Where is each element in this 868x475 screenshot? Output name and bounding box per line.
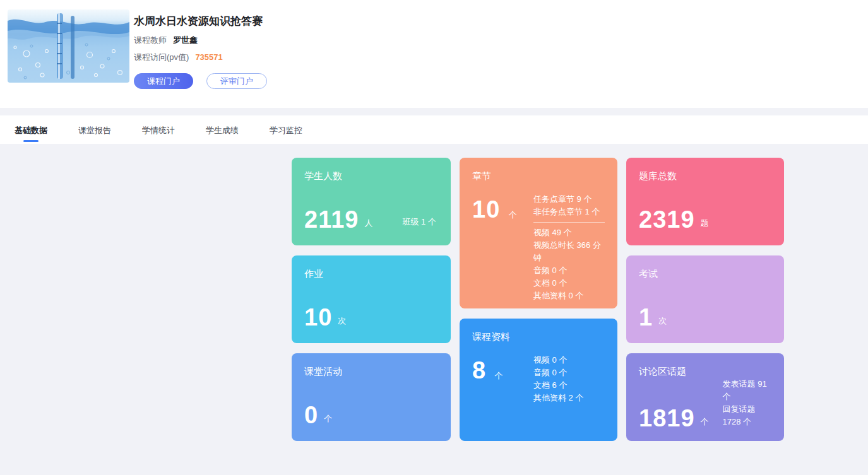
- activities-count: 0: [304, 404, 318, 426]
- header-divider-strip: [0, 108, 868, 115]
- tab-class-report[interactable]: 课堂报告: [78, 115, 111, 144]
- card-exam-title: 考试: [639, 267, 771, 280]
- card-chapters-title: 章节: [472, 170, 605, 182]
- materials-body: 8 个 视频 0 个 音频 0 个 文档 6 个 其他资料 2 个: [472, 354, 605, 404]
- detail-task-chapters: 任务点章节 9 个: [533, 193, 605, 206]
- card-students: 学生人数 2119 人 班级 1 个: [292, 158, 451, 245]
- card-homework: 作业 10 次: [292, 255, 451, 343]
- card-discussion-title: 讨论区话题: [639, 365, 771, 378]
- detail-nontask-chapters: 非任务点章节 1 个: [533, 206, 605, 218]
- materials-unit: 个: [495, 371, 503, 382]
- teacher-name: 罗世鑫: [173, 35, 198, 46]
- students-unit: 人: [364, 218, 372, 231]
- chapters-body: 10 个 任务点章节 9 个 非任务点章节 1 个 视频 49 个 视频总时长 …: [472, 193, 605, 302]
- questions-count: 2319: [639, 208, 695, 231]
- stat-card-board: 学生人数 2119 人 班级 1 个 作业 10 次 课堂活动 0 个: [292, 158, 784, 441]
- pv-row: 课程访问(pv值) 735571: [134, 52, 267, 63]
- card-homework-number-row: 10 次: [304, 306, 438, 331]
- tab-basic-data[interactable]: 基础数据: [15, 115, 47, 144]
- detail-posted-topics: 发表话题 91 个: [723, 378, 771, 403]
- exam-unit: 次: [658, 315, 667, 329]
- card-course-materials: 课程资料 8 个 视频 0 个 音频 0 个 文档 6 个 其他资料 2 个: [460, 319, 617, 441]
- detail-mat-other: 其他资料 2 个: [533, 392, 605, 404]
- class-count: 班级 1 个: [402, 216, 436, 231]
- card-exam-number-row: 1 次: [639, 306, 771, 331]
- card-question-bank: 题库总数 2319 题: [626, 158, 784, 245]
- card-homework-title: 作业: [304, 267, 438, 280]
- homework-unit: 次: [338, 315, 346, 329]
- detail-mat-documents: 文档 6 个: [533, 379, 605, 392]
- card-class-activities: 课堂活动 0 个: [292, 353, 451, 441]
- materials-count: 8: [472, 357, 486, 384]
- card-materials-title: 课程资料: [472, 331, 605, 343]
- card-discussion: 讨论区话题 1819 个 发表话题 91 个 回复话题 1728 个: [626, 353, 784, 441]
- card-column-3: 题库总数 2319 题 考试 1 次 讨论区话题 1819 个: [626, 158, 784, 441]
- chapters-unit: 个: [509, 210, 517, 221]
- card-discussion-number-row: 1819 个 发表话题 91 个 回复话题 1728 个: [639, 378, 771, 432]
- teacher-row: 课程教师 罗世鑫: [134, 35, 267, 46]
- activities-unit: 个: [324, 413, 332, 426]
- detail-documents: 文档 0 个: [533, 277, 605, 290]
- chapters-number: 10 个: [472, 193, 533, 302]
- tab-bar: 基础数据 课堂报告 学情统计 学生成绩 学习监控: [0, 115, 868, 144]
- portal-buttons: 课程门户 评审门户: [134, 73, 267, 89]
- card-activities-number-row: 0 个: [304, 404, 438, 429]
- students-count: 2119: [304, 208, 359, 231]
- card-column-2: 章节 10 个 任务点章节 9 个 非任务点章节 1 个 视频 49 个 视频总…: [460, 158, 617, 441]
- detail-videos: 视频 49 个: [533, 226, 605, 239]
- course-info: 水周水日水资源知识抢答赛 课程教师 罗世鑫 课程访问(pv值) 735571 课…: [134, 9, 267, 108]
- tab-learning-monitor[interactable]: 学习监控: [270, 115, 302, 144]
- course-cover-image: [8, 9, 129, 83]
- detail-mat-audios: 音频 0 个: [533, 367, 605, 379]
- teacher-label: 课程教师: [134, 35, 167, 46]
- tab-learning-stats[interactable]: 学情统计: [142, 115, 175, 144]
- course-portal-button[interactable]: 课程门户: [134, 73, 193, 89]
- detail-audios: 音频 0 个: [533, 264, 605, 277]
- discussion-details: 发表话题 91 个 回复话题 1728 个: [723, 378, 771, 430]
- chapters-divider: [533, 222, 605, 223]
- materials-details: 视频 0 个 音频 0 个 文档 6 个 其他资料 2 个: [533, 354, 605, 404]
- detail-other-materials: 其他资料 0 个: [533, 290, 605, 302]
- card-exam: 考试 1 次: [626, 255, 784, 343]
- card-activities-title: 课堂活动: [304, 365, 438, 378]
- card-students-number-row: 2119 人 班级 1 个: [304, 208, 438, 233]
- card-questions-number-row: 2319 题: [639, 208, 771, 233]
- detail-mat-videos: 视频 0 个: [533, 354, 605, 367]
- card-students-title: 学生人数: [304, 170, 438, 182]
- homework-count: 10: [304, 306, 332, 329]
- card-column-1: 学生人数 2119 人 班级 1 个 作业 10 次 课堂活动 0 个: [292, 158, 451, 441]
- pv-value: 735571: [195, 52, 222, 63]
- review-portal-button[interactable]: 评审门户: [206, 73, 267, 89]
- detail-replied-topics: 回复话题 1728 个: [723, 403, 771, 428]
- discussion-count: 1819: [639, 407, 695, 430]
- exam-count: 1: [639, 306, 653, 329]
- card-questions-title: 题库总数: [639, 170, 771, 182]
- water-photo-illustration: [8, 9, 129, 83]
- course-title: 水周水日水资源知识抢答赛: [134, 14, 267, 29]
- materials-number: 8 个: [472, 354, 533, 404]
- questions-unit: 题: [701, 218, 709, 231]
- chapters-count: 10: [472, 196, 500, 223]
- discussion-unit: 个: [701, 416, 709, 430]
- course-header: 水周水日水资源知识抢答赛 课程教师 罗世鑫 课程访问(pv值) 735571 课…: [0, 0, 868, 108]
- tab-student-grades[interactable]: 学生成绩: [206, 115, 239, 144]
- pv-label: 课程访问(pv值): [134, 52, 189, 63]
- dashboard-content: 学生人数 2119 人 班级 1 个 作业 10 次 课堂活动 0 个: [0, 144, 868, 475]
- detail-video-duration: 视频总时长 366 分钟: [533, 239, 605, 264]
- chapters-details: 任务点章节 9 个 非任务点章节 1 个 视频 49 个 视频总时长 366 分…: [533, 193, 605, 302]
- card-chapters: 章节 10 个 任务点章节 9 个 非任务点章节 1 个 视频 49 个 视频总…: [460, 158, 617, 308]
